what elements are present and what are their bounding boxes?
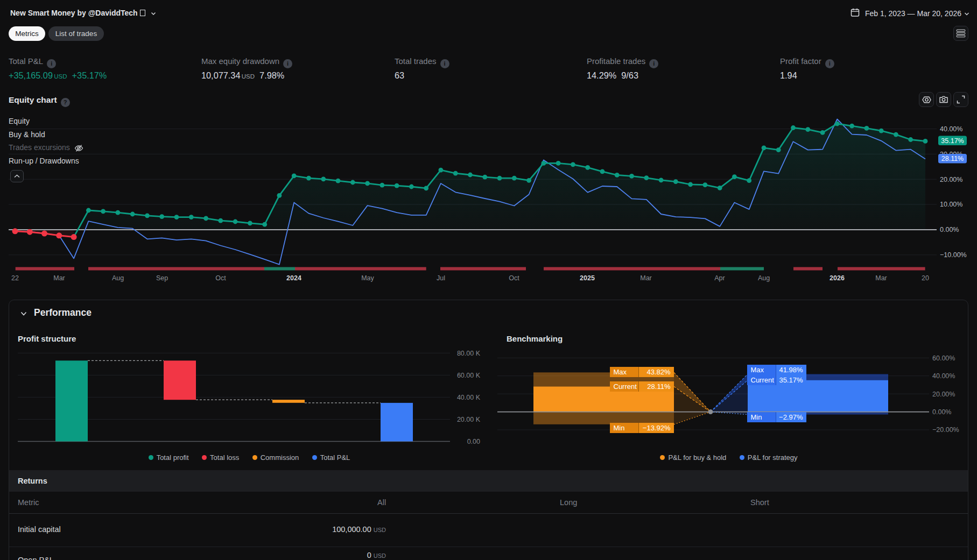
svg-text:60.00%: 60.00% [932,355,955,362]
svg-text:40.00%: 40.00% [932,372,955,380]
svg-text:20.00%: 20.00% [932,391,955,398]
svg-text:−20.00%: −20.00% [932,426,959,434]
svg-text:0.00%: 0.00% [932,408,951,416]
